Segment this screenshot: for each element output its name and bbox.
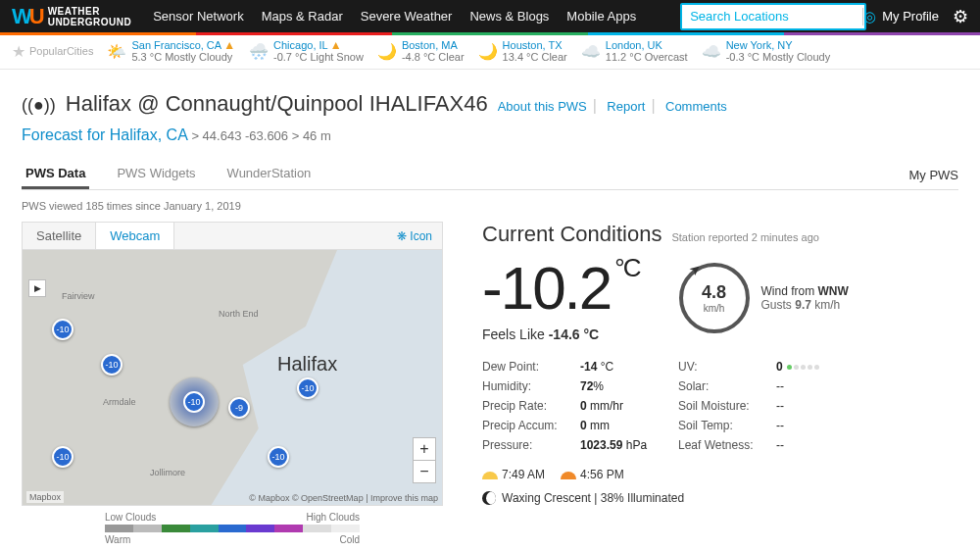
popular-cities-strip: ★ PopularCities 🌤️San Francisco, CA▲5.3 …	[0, 35, 980, 70]
map-zoom-controls: + −	[413, 437, 436, 483]
mapbox-logo: Mapbox	[26, 491, 64, 503]
map-icon-toggle[interactable]: Icon	[397, 229, 432, 243]
report-time: Station reported 2 minutes ago	[671, 231, 818, 243]
moon-phase: Waxing Crescent | 38% Illuminated	[482, 491, 958, 505]
temperature: -10.2°C	[482, 253, 640, 323]
tab-pws-data[interactable]: PWS Data	[22, 160, 89, 189]
feels-like: Feels Like -14.6 °C	[482, 326, 640, 342]
wind-from: Wind from WNW	[761, 284, 849, 298]
station-marker[interactable]: -10	[52, 319, 74, 340]
station-marker[interactable]: -10	[101, 354, 122, 376]
logo-text: WEATHERUNDERGROUND	[48, 6, 132, 27]
wind-gusts: Gusts 9.7 km/h	[761, 298, 849, 312]
weather-icon: 🌙	[377, 42, 397, 61]
conditions-grid: Dew Point:-14 °C UV:0 Humidity:72% Solar…	[482, 360, 958, 452]
station-marker-selected[interactable]: -10	[170, 377, 219, 426]
weather-icon: ☁️	[581, 42, 601, 61]
forecast-link[interactable]: Forecast for Halifax, CA	[22, 126, 187, 143]
weather-icon: 🌤️	[107, 42, 126, 61]
signal-icon: ((●))	[22, 95, 56, 116]
moon-icon	[482, 491, 496, 505]
map-panel: Satellite Webcam Icon ▶ Halifax Fairview…	[22, 222, 443, 506]
alert-icon: ▲	[330, 38, 342, 52]
city-ny[interactable]: ☁️New York, NY-0.3 °C Mostly Cloudy	[702, 39, 831, 63]
nav-severe[interactable]: Severe Weather	[361, 9, 453, 24]
weather-icon: 🌨️	[249, 42, 269, 61]
about-pws-link[interactable]: About this PWS	[498, 99, 587, 114]
map-legend: Low CloudsHigh Clouds WarmCold	[22, 512, 443, 545]
station-marker[interactable]: -9	[228, 397, 250, 419]
current-conditions-title: Current Conditions Station reported 2 mi…	[482, 222, 958, 247]
nav-maps[interactable]: Maps & Radar	[262, 9, 343, 24]
forecast-line: Forecast for Halifax, CA > 44.643 -63.60…	[22, 126, 958, 144]
sun-times: 7:49 AM 4:56 PM	[482, 468, 958, 481]
uv-dots	[787, 365, 819, 370]
city-boston[interactable]: 🌙Boston, MA-4.8 °C Clear	[377, 39, 465, 63]
gear-icon[interactable]: ⚙	[953, 6, 968, 27]
report-link[interactable]: Report	[607, 99, 645, 114]
nav-links: Sensor Network Maps & Radar Severe Weath…	[153, 9, 636, 24]
map[interactable]: ▶ Halifax Fairview North End Armdale Jol…	[23, 250, 442, 505]
city-sf[interactable]: 🌤️San Francisco, CA▲5.3 °C Mostly Cloudy	[107, 39, 235, 63]
weather-icon: ☁️	[702, 42, 721, 61]
wind-dial: ➤ 4.8 km/h	[679, 263, 750, 333]
city-london[interactable]: ☁️London, UK11.2 °C Overcast	[581, 39, 688, 63]
map-tab-webcam[interactable]: Webcam	[95, 223, 174, 249]
profile-link[interactable]: My Profile	[882, 9, 939, 24]
view-count: PWS viewed 185 times since January 1, 20…	[22, 200, 958, 212]
search-input[interactable]	[682, 9, 862, 24]
nav-news[interactable]: News & Blogs	[469, 9, 549, 24]
weather-icon: 🌙	[478, 42, 498, 61]
station-marker[interactable]: -10	[268, 446, 289, 468]
top-nav: WU WEATHERUNDERGROUND Sensor Network Map…	[0, 0, 980, 35]
map-tab-satellite[interactable]: Satellite	[23, 223, 95, 249]
station-marker[interactable]: -10	[52, 446, 74, 468]
nav-sensor[interactable]: Sensor Network	[153, 9, 243, 24]
station-header: ((●)) Halifax @ Connaught/Quinpool IHALI…	[22, 91, 958, 117]
alert-icon: ▲	[223, 38, 235, 52]
map-attribution[interactable]: © Mapbox © OpenStreetMap | Improve this …	[249, 493, 438, 503]
zoom-in-button[interactable]: +	[414, 438, 435, 461]
station-title: Halifax @ Connaught/Quinpool IHALIFAX46	[66, 91, 488, 117]
comments-link[interactable]: Comments	[665, 99, 727, 114]
wind-arrow-icon: ➤	[685, 259, 704, 278]
logo-mark: WU	[12, 4, 42, 29]
sunset: 4:56 PM	[561, 468, 624, 481]
wind-block: ➤ 4.8 km/h Wind from WNW Gusts 9.7 km/h	[679, 263, 849, 333]
star-icon: ★	[12, 42, 25, 61]
nav-mobile[interactable]: Mobile Apps	[566, 9, 636, 24]
city-houston[interactable]: 🌙Houston, TX13.4 °C Clear	[478, 39, 567, 63]
city-chicago[interactable]: 🌨️Chicago, IL▲-0.7 °C Light Snow	[249, 39, 364, 63]
my-pws-link[interactable]: My PWS	[908, 168, 958, 182]
logo[interactable]: WU WEATHERUNDERGROUND	[12, 4, 131, 29]
map-city-label: Halifax	[277, 353, 337, 376]
tab-pws-widgets[interactable]: PWS Widgets	[113, 160, 199, 189]
station-marker[interactable]: -10	[297, 377, 318, 399]
coords: > 44.643 -63.606 > 46 m	[191, 128, 330, 143]
map-play-button[interactable]: ▶	[28, 279, 46, 297]
tab-wunderstation[interactable]: WunderStation	[223, 160, 316, 189]
search-locate-icon[interactable]: ◎	[862, 8, 876, 25]
zoom-out-button[interactable]: −	[414, 461, 435, 482]
pws-tabs: PWS Data PWS Widgets WunderStation My PW…	[22, 160, 958, 190]
sunrise: 7:49 AM	[482, 468, 545, 481]
search-box[interactable]: ◎	[680, 3, 866, 30]
popular-label: ★ PopularCities	[12, 42, 93, 61]
